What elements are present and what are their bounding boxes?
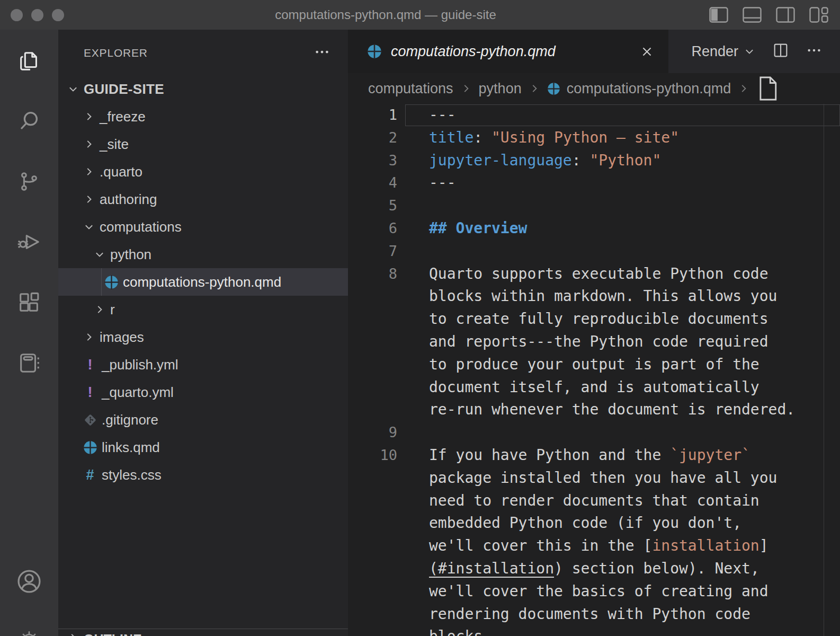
- tree-item-computations-python-qmd[interactable]: computations-python.qmd: [58, 268, 348, 296]
- render-button[interactable]: Render: [691, 43, 755, 60]
- quarto-file-icon: [100, 275, 123, 289]
- code-line-text: [397, 242, 429, 260]
- tree-item-images[interactable]: images: [58, 323, 348, 351]
- tree-root-label: GUIDE-SITE: [84, 81, 164, 98]
- explorer-icon[interactable]: [0, 31, 58, 91]
- tree-item--freeze[interactable]: _freeze: [58, 103, 348, 130]
- code-line[interactable]: blocks.: [348, 625, 840, 636]
- code-line[interactable]: (#installation) section below). Next,: [348, 558, 840, 580]
- code-line[interactable]: 7: [348, 240, 840, 263]
- tree-item--gitignore[interactable]: .gitignore: [58, 406, 348, 434]
- source-control-icon[interactable]: [0, 152, 58, 212]
- code-line[interactable]: 6## Overview: [348, 217, 840, 240]
- code-line[interactable]: we'll cover the basics of creating and: [348, 580, 840, 603]
- code-line[interactable]: 3jupyter-language: "Python": [348, 149, 840, 172]
- tree-item--site[interactable]: _site: [58, 130, 348, 158]
- code-line[interactable]: embedded Python code (if you don't,: [348, 512, 840, 535]
- code-line-text: and reports---the Python code required: [397, 333, 768, 350]
- code-line[interactable]: and reports---the Python code required: [348, 331, 840, 354]
- code-line[interactable]: blocks within markdown. This allows you: [348, 285, 840, 308]
- chevron-down-icon: [89, 249, 110, 260]
- code-line-text: need to render documents that contain: [397, 492, 759, 509]
- code-line[interactable]: to create fully reproducible documents: [348, 308, 840, 331]
- code-line-text: we'll cover this in the [installation]: [397, 537, 768, 554]
- breadcrumb-item[interactable]: python: [479, 81, 522, 97]
- tree-item-label: links.qmd: [102, 439, 160, 456]
- breadcrumb-separator-icon: [529, 83, 540, 94]
- toggle-sidebar-icon[interactable]: [709, 6, 728, 23]
- chevron-right-icon: [78, 111, 100, 122]
- current-line-highlight: [405, 104, 840, 126]
- render-button-label: Render: [691, 43, 738, 60]
- breadcrumbs: computationspythoncomputations-python.qm…: [348, 73, 840, 104]
- tree-item-computations[interactable]: computations: [58, 213, 348, 241]
- split-editor-icon[interactable]: [772, 42, 789, 61]
- code-line[interactable]: rendering documents with Python code: [348, 603, 840, 626]
- extensions-icon[interactable]: [0, 272, 58, 333]
- yaml-file-icon: !: [78, 357, 102, 373]
- code-line[interactable]: 8Quarto supports executable Python code: [348, 263, 840, 286]
- tree-item--quarto[interactable]: .quarto: [58, 158, 348, 186]
- toggle-secondary-sidebar-icon[interactable]: [776, 6, 795, 23]
- breadcrumb-item[interactable]: computations-python.qmd: [547, 81, 731, 97]
- yaml-file-icon: !: [78, 384, 102, 401]
- zoom-window-button[interactable]: [52, 9, 64, 21]
- tree-item-label: r: [110, 302, 115, 318]
- code-line-text: embedded Python code (if you don't,: [397, 514, 741, 532]
- code-line[interactable]: 5: [348, 195, 840, 217]
- chevron-right-icon: [78, 138, 100, 150]
- tree-item--quarto-yml[interactable]: !_quarto.yml: [58, 378, 348, 406]
- outline-section-label: OUTLINE: [84, 632, 142, 636]
- explorer-more-actions-icon[interactable]: [314, 44, 330, 62]
- tab-computations-python[interactable]: computations-python.qmd: [348, 30, 668, 73]
- code-line[interactable]: 4---: [348, 172, 840, 195]
- code-line-text: (#installation) section below). Next,: [397, 560, 759, 577]
- line-number: 5: [348, 195, 397, 217]
- tree-item-python[interactable]: python: [58, 241, 348, 268]
- code-line[interactable]: to produce your output is part of the: [348, 354, 840, 376]
- tree-item-label: python: [110, 246, 151, 263]
- code-line[interactable]: 1---: [348, 104, 840, 127]
- breadcrumb-separator-icon: [460, 83, 472, 94]
- editor-more-actions-icon[interactable]: [806, 42, 822, 60]
- tree-item--publish-yml[interactable]: !_publish.yml: [58, 351, 348, 378]
- tree-item-authoring[interactable]: authoring: [58, 186, 348, 213]
- close-tab-icon[interactable]: [640, 45, 654, 58]
- tab-bar: computations-python.qmd Render: [348, 30, 840, 73]
- explorer-sidebar: EXPLORER GUIDE-SITE _freeze_site.quartoa…: [58, 30, 348, 636]
- toggle-panel-icon[interactable]: [743, 6, 762, 23]
- code-line-text: document itself, and is automatically: [397, 378, 759, 396]
- breadcrumb-separator-icon: [738, 83, 749, 94]
- code-line[interactable]: we'll cover this in the [installation]: [348, 535, 840, 558]
- code-line-text: [397, 197, 429, 214]
- notebook-icon[interactable]: [0, 333, 58, 393]
- code-line[interactable]: re-run whenever the document is rendered…: [348, 399, 840, 421]
- code-line[interactable]: need to render documents that contain: [348, 490, 840, 513]
- indent-guide: [101, 268, 102, 296]
- line-number: 9: [348, 421, 397, 444]
- minimize-window-button[interactable]: [31, 9, 43, 21]
- outline-section-header[interactable]: OUTLINE: [58, 629, 348, 636]
- tree-item-links-qmd[interactable]: links.qmd: [58, 434, 348, 461]
- code-line-text: blocks within markdown. This allows you: [397, 287, 777, 305]
- tree-item-label: styles.css: [102, 467, 162, 483]
- settings-gear-icon[interactable]: [0, 630, 58, 636]
- accounts-icon[interactable]: [0, 568, 58, 595]
- search-icon[interactable]: [0, 91, 58, 152]
- tree-item-r[interactable]: r: [58, 296, 348, 323]
- chevron-down-icon: [62, 83, 84, 95]
- customize-layout-icon[interactable]: [809, 6, 828, 23]
- code-line[interactable]: 10If you have Python and the `jupyter`: [348, 444, 840, 467]
- code-line[interactable]: 2title: "Using Python — site": [348, 127, 840, 149]
- code-editor[interactable]: 1---2title: "Using Python — site"3jupyte…: [348, 104, 840, 636]
- run-and-debug-icon[interactable]: [0, 212, 58, 272]
- tree-item-styles-css[interactable]: #styles.css: [58, 461, 348, 489]
- code-line[interactable]: 9: [348, 421, 840, 444]
- close-window-button[interactable]: [11, 9, 23, 21]
- line-number: 3: [348, 149, 397, 172]
- code-line-text: title: "Using Python — site": [397, 129, 679, 146]
- breadcrumb-item[interactable]: computations: [368, 81, 453, 97]
- code-line[interactable]: package installed then you have all you: [348, 467, 840, 490]
- tree-root-guide-site[interactable]: GUIDE-SITE: [58, 75, 348, 103]
- code-line[interactable]: document itself, and is automatically: [348, 376, 840, 399]
